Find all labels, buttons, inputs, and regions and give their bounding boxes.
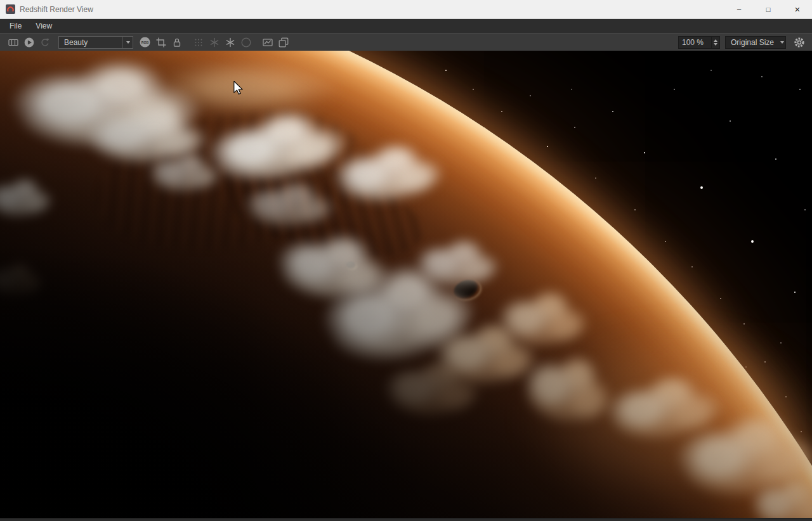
- cloud: [241, 177, 336, 228]
- app-icon: [6, 4, 15, 14]
- menu-file[interactable]: File: [3, 19, 29, 33]
- spin-down-icon[interactable]: [714, 43, 717, 46]
- zoom-value: 100 %: [679, 38, 711, 47]
- bucket-grid-icon[interactable]: [190, 35, 206, 49]
- close-button[interactable]: ×: [783, 0, 812, 18]
- size-dropdown[interactable]: Original Size: [725, 36, 786, 49]
- mouse-cursor: [233, 81, 244, 95]
- cloud: [146, 149, 222, 193]
- snowflake-a-icon[interactable]: [206, 35, 222, 49]
- start-render-icon[interactable]: [21, 35, 37, 49]
- aov-dropdown-value: Beauty: [59, 38, 122, 47]
- window-controls: − □ ×: [724, 0, 812, 18]
- rgb-channels-icon[interactable]: RGB: [137, 35, 153, 49]
- menubar: File View: [0, 19, 812, 33]
- aov-dropdown[interactable]: Beauty: [58, 36, 133, 49]
- toolbar-right-group: 100 % Original Size: [678, 35, 807, 49]
- window-title: Redshift Render View: [20, 5, 93, 14]
- toolbar: Beauty RGB: [0, 33, 812, 51]
- zoom-spinner[interactable]: [711, 37, 719, 48]
- menu-view[interactable]: View: [29, 19, 59, 33]
- spin-up-icon[interactable]: [714, 39, 717, 42]
- cloud: [381, 355, 482, 418]
- restart-render-icon[interactable]: [37, 35, 53, 49]
- crop-icon[interactable]: [153, 35, 169, 49]
- rgb-badge-label: RGB: [141, 41, 149, 44]
- cloud: [495, 285, 590, 349]
- render-view-window: Redshift Render View − □ × File View: [0, 0, 812, 521]
- render-viewport[interactable]: [0, 51, 812, 518]
- false-color-icon[interactable]: [259, 35, 275, 49]
- snowflake-b-icon[interactable]: [222, 35, 238, 49]
- status-strip: [0, 518, 812, 521]
- aov-layers-icon[interactable]: [275, 35, 291, 49]
- lock-region-icon[interactable]: [169, 35, 185, 49]
- snapshot-icon[interactable]: [5, 35, 21, 49]
- size-dropdown-value: Original Size: [726, 38, 779, 47]
- maximize-button[interactable]: □: [754, 0, 783, 18]
- region-circle-icon[interactable]: [238, 35, 254, 49]
- settings-gear-icon[interactable]: [791, 35, 807, 49]
- zoom-field[interactable]: 100 %: [678, 36, 720, 49]
- chevron-down-icon: [122, 37, 133, 48]
- minimize-button[interactable]: −: [724, 0, 754, 18]
- chevron-down-icon: [779, 37, 785, 48]
- titlebar: Redshift Render View − □ ×: [0, 0, 812, 19]
- cloud: [412, 235, 501, 288]
